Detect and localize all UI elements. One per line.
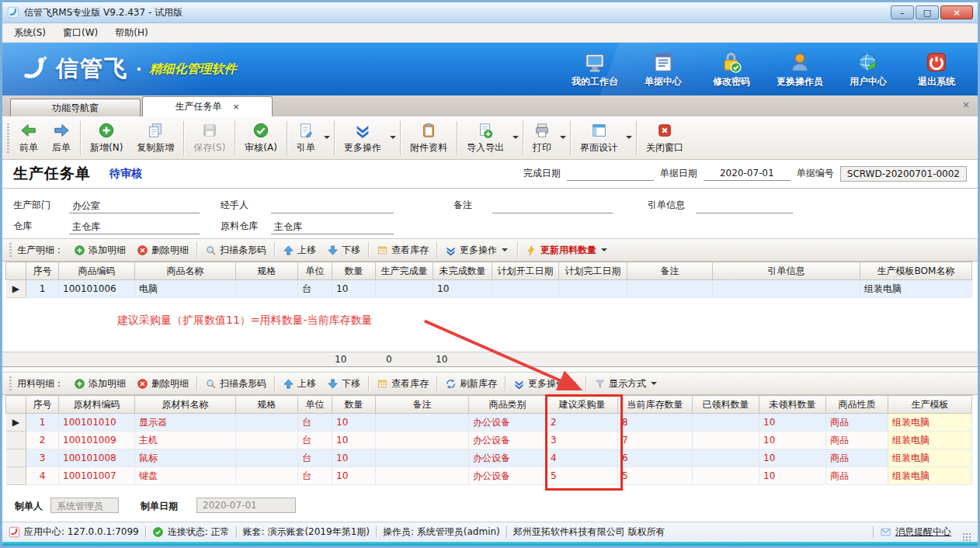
toolbar-button[interactable]: 前单 <box>12 119 45 157</box>
row-selector-cell[interactable] <box>6 467 26 485</box>
banner-action[interactable]: 更换操作员 <box>768 50 832 88</box>
section-button[interactable]: 扫描条形码 <box>200 241 272 259</box>
toolbar-button[interactable]: 引单 <box>290 119 322 157</box>
column-header[interactable]: 未完成数量 <box>433 262 492 280</box>
field-value[interactable] <box>492 199 613 213</box>
chevron-down-icon[interactable] <box>513 136 519 142</box>
column-header[interactable]: 原材料名称 <box>135 396 236 414</box>
column-header[interactable]: 生产模板 <box>888 396 972 414</box>
column-header[interactable]: 备注 <box>376 396 469 414</box>
column-header[interactable]: 数量 <box>332 262 376 280</box>
column-header[interactable]: 原材料编码 <box>59 396 135 414</box>
chevron-down-icon[interactable] <box>390 136 396 142</box>
tab-inactive[interactable]: 功能导航窗 <box>10 99 141 116</box>
chevron-down-icon[interactable] <box>560 136 566 142</box>
section-button[interactable]: 查看库存 <box>371 241 434 259</box>
section-button[interactable]: 删除明细 <box>131 375 194 393</box>
toolbar-button[interactable]: 导入导出 <box>460 119 511 157</box>
toolbar-button[interactable]: 新增(N) <box>83 119 130 157</box>
field-value[interactable]: 办公室 <box>69 199 200 213</box>
statusbar-segment[interactable]: 消息提醒中心 <box>880 525 951 539</box>
banner-action[interactable]: 我的工作台 <box>563 50 627 88</box>
section-button[interactable]: 下移 <box>321 375 366 393</box>
menu-item[interactable]: 帮助(H) <box>106 24 156 42</box>
table-row[interactable]: ▶1100101006电脑台1010组装电脑 <box>6 280 972 298</box>
column-header[interactable]: 序号 <box>26 262 59 280</box>
column-header[interactable]: 序号 <box>26 396 59 414</box>
tab-close-icon[interactable]: × <box>232 102 239 112</box>
column-header[interactable]: 商品名称 <box>135 262 236 280</box>
section-button[interactable]: 删除明细 <box>131 241 194 259</box>
column-header[interactable]: 计划开工日期 <box>492 262 559 280</box>
column-header[interactable]: 数量 <box>332 396 376 414</box>
resize-grip[interactable] <box>962 532 971 542</box>
toolbar-button[interactable]: 打印 <box>526 119 558 157</box>
toolbar-button[interactable]: 后单 <box>45 119 78 157</box>
field-value[interactable]: 主仓库 <box>69 220 200 234</box>
row-selector-cell[interactable] <box>6 432 26 449</box>
section-button[interactable]: 上移 <box>277 375 321 393</box>
chevron-down-icon[interactable] <box>626 136 632 142</box>
toolbar-button[interactable]: 附件资料 <box>403 119 454 157</box>
banner-action[interactable]: 用户中心 <box>836 50 900 88</box>
column-header[interactable]: 已领料数量 <box>693 396 759 414</box>
statusbar-link[interactable]: 消息提醒中心 <box>895 525 951 539</box>
row-selector-cell[interactable]: ▶ <box>6 414 26 432</box>
column-header[interactable]: 引单信息 <box>713 262 860 280</box>
table-row[interactable]: 2100101009主机台10办公设备3710商品组装电脑 <box>6 432 972 449</box>
column-header[interactable]: 未领料数量 <box>759 396 826 414</box>
chevron-down-icon[interactable] <box>651 382 657 388</box>
section-button[interactable]: 显示方式 <box>589 375 664 393</box>
table-row[interactable]: 4100101007键盘台10办公设备5510商品组装电脑 <box>6 467 972 485</box>
section-button[interactable]: 添加明细 <box>68 375 131 393</box>
section-button[interactable]: 扫描条形码 <box>200 375 272 393</box>
banner-action[interactable]: 修改密码 <box>700 50 763 88</box>
section-button[interactable]: 下移 <box>321 241 366 259</box>
toolbar-button[interactable]: 复制新增 <box>130 119 181 157</box>
banner-action[interactable]: 退出系统 <box>905 50 968 88</box>
toolbar-button[interactable]: 关闭窗口 <box>639 119 690 157</box>
section-button[interactable]: 更新用料数量 <box>520 241 614 259</box>
doc-date-field[interactable]: 2020-07-01 <box>704 168 791 181</box>
panel-close-icon[interactable]: × <box>962 99 970 110</box>
section-button[interactable]: 刷新库存 <box>440 375 502 393</box>
chevron-down-icon[interactable] <box>601 248 607 255</box>
chevron-down-icon[interactable] <box>570 382 576 388</box>
column-header[interactable]: 单位 <box>298 396 332 414</box>
column-header[interactable]: 商品编码 <box>59 262 135 280</box>
column-header[interactable]: 商品类别 <box>469 396 547 414</box>
row-selector-cell[interactable] <box>6 449 26 467</box>
maximize-button[interactable]: □ <box>916 5 939 19</box>
column-header[interactable]: 生产模板BOM名称 <box>860 262 972 280</box>
column-header[interactable]: 规格 <box>236 396 298 414</box>
field-value[interactable] <box>271 199 394 213</box>
column-header[interactable]: 单位 <box>298 262 332 280</box>
section-button[interactable]: 添加明细 <box>68 241 131 259</box>
row-selector-cell[interactable]: ▶ <box>6 280 26 298</box>
section-button[interactable]: 上移 <box>277 241 321 259</box>
toolbar-button[interactable]: 审核(A) <box>238 119 284 157</box>
toolbar-button[interactable]: 更多操作 <box>337 119 388 157</box>
section-button[interactable]: 更多操作 <box>440 241 515 259</box>
toolbar-button[interactable]: 界面设计 <box>573 119 624 157</box>
column-header[interactable]: 生产完成量 <box>376 262 433 280</box>
column-header[interactable]: 规格 <box>236 262 298 280</box>
minimize-button[interactable]: – <box>891 5 914 19</box>
menu-item[interactable]: 系统(S) <box>5 24 54 42</box>
banner-action[interactable]: 单据中心 <box>631 50 695 88</box>
section-button[interactable]: 查看库存 <box>371 375 434 393</box>
chevron-down-icon[interactable] <box>324 136 330 142</box>
table-row[interactable]: ▶1100101010显示器台10办公设备2810商品组装电脑 <box>6 414 972 432</box>
column-header[interactable]: 商品性质 <box>826 396 888 414</box>
column-header[interactable]: 当前库存数量 <box>618 396 693 414</box>
section-button[interactable]: 更多操作 <box>508 375 583 393</box>
complete-date-field[interactable] <box>567 168 654 181</box>
column-header[interactable]: 计划完工日期 <box>559 262 627 280</box>
field-value[interactable]: 主仓库 <box>271 220 394 234</box>
column-header[interactable]: 备注 <box>627 262 713 280</box>
field-value[interactable] <box>696 199 793 213</box>
table-row[interactable]: 3100101008鼠标台10办公设备4610商品组装电脑 <box>6 449 972 467</box>
column-header[interactable]: 建议采购量 <box>547 396 618 414</box>
tab-active[interactable]: 生产任务单× <box>142 96 273 116</box>
close-button[interactable]: × <box>940 5 973 19</box>
